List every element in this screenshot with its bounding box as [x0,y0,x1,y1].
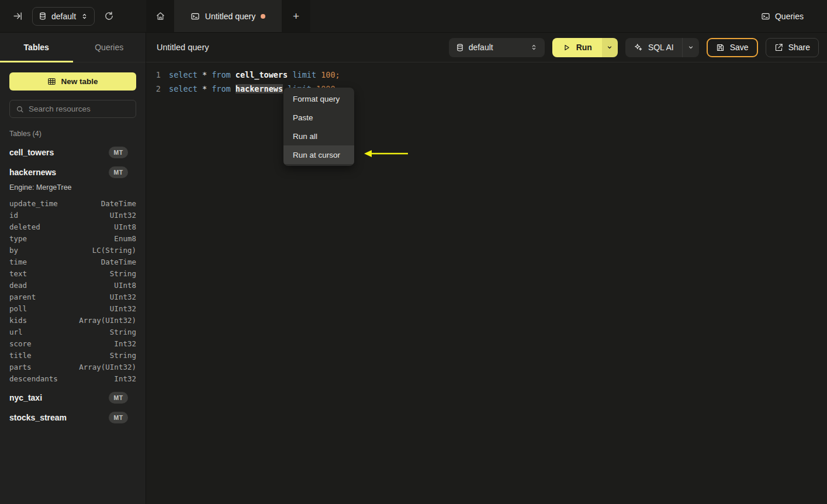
tables-section-label: Tables (4) [9,130,136,138]
sql-editor[interactable]: 1select * from cell_towers limit 100;2se… [146,62,827,504]
column-name: poll [9,304,27,313]
sql-ai-button[interactable]: SQL AI [625,38,683,57]
column-type: UInt32 [110,304,136,313]
share-label: Share [788,43,810,52]
column-name: parts [9,363,32,371]
code-token: cell_towers [236,70,288,79]
code-token: from [212,70,231,79]
table-name: stocks_stream [9,413,67,422]
database-select[interactable]: default [449,38,545,57]
table-row-stocks-stream[interactable]: stocks_streamMT [9,411,136,424]
tab-queries[interactable]: Queries [73,33,146,62]
code-token: * [198,70,212,79]
table-row-hackernews[interactable]: hackernewsMT [9,166,136,179]
database-switcher[interactable]: default [32,7,95,26]
save-label: Save [730,43,749,52]
column-type: UInt8 [114,281,136,290]
column-name: descendants [9,374,58,383]
query-toolbar: Untitled query default Run [146,33,827,62]
column-row-url: urlString [9,326,136,338]
code-token [231,70,236,79]
column-row-type: typeEnum8 [9,232,136,244]
save-button[interactable]: Save [707,38,758,57]
column-row-poll: pollUInt32 [9,303,136,314]
engine-badge: MT [109,392,128,404]
column-name: parent [9,293,36,301]
context-menu-item-run-at-cursor[interactable]: Run at cursor [283,145,354,164]
content: Untitled query default Run [146,33,827,504]
column-type: String [110,351,136,360]
column-row-update-time: update_timeDateTime [9,197,136,209]
tab-label: Untitled query [205,12,255,21]
table-name: hackernews [9,168,56,177]
column-name: url [9,328,23,336]
engine-badge: MT [109,166,128,178]
run-button-group: Run [552,38,618,57]
column-name: time [9,258,27,266]
terminal-icon [761,12,770,21]
sidebar-tabs: Tables Queries [0,33,146,62]
play-icon [562,43,571,52]
code-line[interactable]: 2select * from hackernews limit 1000 [146,82,827,96]
code-token: limit [292,70,316,79]
column-type: Enum8 [114,234,136,243]
topbar-spacer [310,0,761,32]
search-input[interactable] [29,105,130,113]
column-name: id [9,211,18,220]
code-token: from [212,84,231,93]
queries-button[interactable]: Queries [761,0,827,32]
run-options-button[interactable] [602,38,618,57]
column-type: Array(UInt32) [79,363,136,371]
column-name: deleted [9,223,40,231]
tab-untitled-query[interactable]: Untitled query [174,0,282,32]
code-line[interactable]: 1select * from cell_towers limit 100; [146,68,827,82]
engine-badge: MT [109,412,128,423]
share-icon [774,43,783,52]
refresh-icon[interactable] [104,11,114,21]
table-row-cell-towers[interactable]: cell_towersMT [9,146,136,159]
column-type: UInt32 [110,211,136,220]
database-select-value: default [469,43,493,52]
code-token: hackernews [236,84,283,93]
run-button[interactable]: Run [552,38,602,57]
table-name: nyc_taxi [9,393,42,402]
context-menu-item-paste[interactable]: Paste [283,108,354,127]
query-title: Untitled query [157,43,209,52]
sidebar-controls: default [0,0,146,32]
table-row-nyc-taxi[interactable]: nyc_taxiMT [9,391,136,404]
collapse-sidebar-icon[interactable] [13,11,23,21]
sparkles-icon [634,43,643,52]
sql-ai-label: SQL AI [648,43,674,52]
share-button[interactable]: Share [766,38,819,57]
chevron-updown-icon [81,12,88,20]
new-tab-button[interactable]: + [282,0,310,32]
table-engine-label: Engine: MergeTree [9,183,136,192]
new-table-button[interactable]: New table [9,72,136,91]
column-row-deleted: deletedUInt8 [9,221,136,232]
column-row-parts: partsArray(UInt32) [9,361,136,373]
tab-tables[interactable]: Tables [0,33,73,62]
column-row-descendants: descendantsInt32 [9,373,136,384]
database-icon [39,12,47,20]
code-token: select [169,70,198,79]
column-row-id: idUInt32 [9,209,136,221]
annotation-arrow-icon [364,149,409,158]
home-tab[interactable] [146,0,174,32]
main: Tables Queries New table Tables (4) cell… [0,33,827,504]
context-menu-item-run-all[interactable]: Run all [283,127,354,145]
chevron-down-icon [606,44,613,51]
code-token [316,70,321,79]
line-number: 1 [146,68,161,82]
column-name: update_time [9,199,58,208]
column-name: score [9,339,32,348]
column-row-dead: deadUInt8 [9,279,136,291]
terminal-icon [191,12,200,21]
engine-badge: MT [109,147,128,158]
code-token [231,84,236,93]
tables-list: cell_towersMThackernewsMTEngine: MergeTr… [9,146,136,424]
chevron-down-icon [687,44,694,51]
context-menu-item-format-query[interactable]: Format query [283,89,354,108]
table-name: cell_towers [9,148,54,157]
sql-ai-options-button[interactable] [683,38,699,57]
chevron-updown-icon [530,43,538,51]
